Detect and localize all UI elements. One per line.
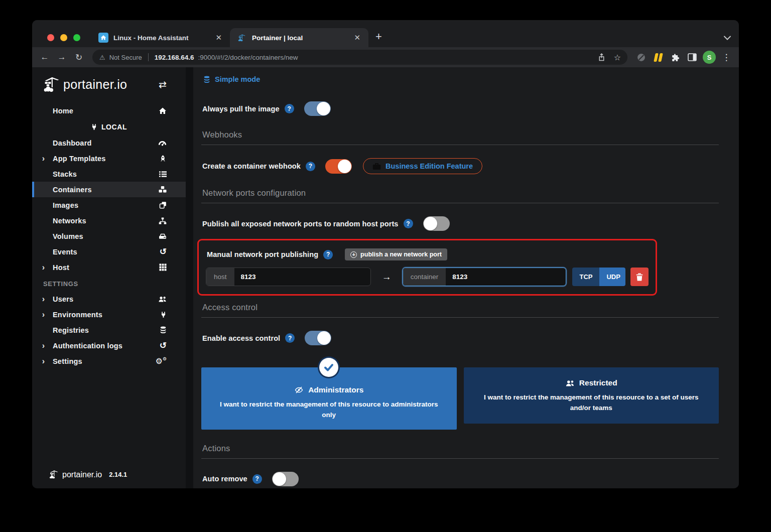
home-assistant-favicon [98, 33, 108, 43]
always-pull-label: Always pull the image [202, 105, 280, 113]
create-webhook-toggle[interactable] [325, 159, 352, 174]
sidebar-item-app-templates[interactable]: › App Templates [32, 151, 186, 166]
forward-button[interactable]: → [54, 50, 69, 65]
sidebar-item-registries[interactable]: Registries [32, 322, 186, 338]
publish-all-label: Publish all exposed network ports to ran… [202, 220, 399, 228]
browser-window: Linux - Home Assistant ✕ Portainer | loc… [32, 20, 739, 488]
home-icon [156, 107, 167, 115]
sidebar-item-users[interactable]: › Users [32, 291, 186, 307]
gears-icon: ⚙⚙ [156, 356, 167, 366]
plus-circle-icon: + [350, 251, 357, 258]
list-icon [156, 171, 167, 178]
sidebar-item-dashboard[interactable]: Dashboard [32, 135, 186, 151]
minimize-window-button[interactable] [60, 34, 67, 41]
sidebar-item-events[interactable]: Events ↺ [32, 244, 186, 259]
access-option-restricted[interactable]: Restricted I want to restrict the manage… [464, 367, 719, 424]
hdd-icon [156, 233, 167, 240]
tab-title: Portainer | local [252, 34, 346, 42]
sidebar-item-environments[interactable]: › Environments [32, 307, 186, 322]
divider [148, 53, 149, 61]
always-pull-toggle[interactable] [304, 101, 331, 116]
traffic-lights [32, 34, 91, 47]
new-tab-button[interactable]: + [368, 30, 389, 47]
tcp-button[interactable]: TCP [572, 268, 599, 286]
profile-avatar[interactable]: S [702, 50, 717, 65]
briefcase-icon [372, 163, 381, 170]
webhooks-header: Webhooks [201, 130, 719, 145]
help-icon[interactable]: ? [323, 250, 333, 259]
chevron-right-icon: › [34, 295, 53, 304]
business-edition-feature-badge[interactable]: Business Edition Feature [363, 158, 482, 174]
enable-access-control-label: Enable access control [202, 334, 280, 342]
close-window-button[interactable] [47, 34, 54, 41]
simple-mode-link[interactable]: Simple mode [203, 75, 719, 83]
address-bar[interactable]: ⚠ Not Secure 192.168.64.6 :9000/#!/2/doc… [92, 50, 627, 65]
help-icon[interactable]: ? [252, 474, 262, 484]
layers-icon [156, 201, 167, 209]
grid-icon [156, 263, 167, 271]
publish-all-toggle[interactable] [423, 216, 450, 231]
access-control-header: Access control [201, 303, 719, 318]
portainer-logo-icon [43, 76, 61, 93]
help-icon[interactable]: ? [285, 104, 294, 113]
zoom-window-button[interactable] [73, 34, 80, 41]
tab-home-assistant[interactable]: Linux - Home Assistant ✕ [91, 28, 230, 47]
arrow-right-icon: → [382, 272, 392, 283]
content-blocked-icon[interactable] [633, 50, 649, 65]
back-button[interactable]: ← [37, 50, 52, 65]
rocket-icon [156, 155, 167, 163]
help-icon[interactable]: ? [404, 219, 413, 228]
environment-indicator: LOCAL [32, 123, 186, 131]
tab-search-chevron-icon[interactable] [724, 36, 731, 40]
version-label: 2.14.1 [109, 471, 127, 478]
tab-close-icon[interactable]: ✕ [351, 33, 363, 42]
sidebar-item-containers[interactable]: Containers [32, 182, 186, 197]
sidebar-item-home[interactable]: Home [32, 103, 186, 118]
help-icon[interactable]: ? [285, 333, 295, 343]
portainer-wordmark: portainer.io [63, 77, 127, 92]
sidebar-item-settings[interactable]: › Settings ⚙⚙ [32, 353, 186, 369]
chevron-right-icon: › [34, 341, 53, 350]
tab-portainer[interactable]: Portainer | local ✕ [230, 28, 368, 47]
udp-button[interactable]: UDP [599, 268, 625, 286]
reload-button[interactable]: ↻ [71, 50, 86, 65]
sidebar-item-images[interactable]: Images [32, 197, 186, 213]
sidebar-item-authentication-logs[interactable]: › Authentication logs ↺ [32, 338, 186, 353]
history-icon: ↺ [156, 246, 167, 257]
history-icon: ↺ [156, 340, 167, 351]
sidebar-item-networks[interactable]: Networks [32, 213, 186, 228]
warning-icon: ⚠ [99, 54, 105, 61]
access-option-administrators[interactable]: Administrators I want to restrict the ma… [201, 367, 457, 430]
sidebar-item-host[interactable]: › Host [32, 259, 186, 275]
security-label: Not Secure [109, 54, 142, 61]
pause-extension-icon[interactable] [651, 50, 666, 65]
actions-header: Actions [201, 444, 719, 459]
extensions-puzzle-icon[interactable] [668, 50, 683, 65]
portainer-logo-icon [49, 470, 59, 479]
container-port-input[interactable] [446, 268, 557, 286]
browser-menu-icon[interactable]: ⋮ [719, 50, 734, 65]
sidebar-item-stacks[interactable]: Stacks [32, 166, 186, 182]
sidebar-item-volumes[interactable]: Volumes [32, 228, 186, 244]
host-port-input[interactable] [234, 268, 364, 286]
footer-wordmark: portainer.io [62, 470, 102, 479]
enable-access-control-toggle[interactable] [305, 331, 331, 345]
host-addon-label: host [206, 268, 234, 286]
delete-port-button[interactable] [630, 268, 649, 286]
gauge-icon [156, 139, 167, 147]
help-icon[interactable]: ? [306, 162, 315, 171]
users-icon [156, 296, 167, 303]
tab-close-icon[interactable]: ✕ [212, 33, 225, 42]
side-panel-icon[interactable] [685, 50, 700, 65]
bookmark-star-icon[interactable]: ☆ [610, 50, 624, 64]
database-icon [203, 76, 210, 83]
auto-remove-label: Auto remove [202, 475, 247, 483]
tab-title: Linux - Home Assistant [113, 34, 207, 42]
container-addon-label: container [403, 268, 446, 286]
chevron-right-icon: › [34, 263, 53, 272]
auto-remove-toggle[interactable] [272, 472, 299, 486]
manual-port-publishing-highlight: Manual network port publishing ? + publi… [197, 239, 657, 296]
collapse-sidebar-icon[interactable]: ⇄ [159, 79, 167, 90]
share-icon[interactable] [594, 50, 608, 64]
publish-new-port-button[interactable]: + publish a new network port [345, 248, 447, 260]
